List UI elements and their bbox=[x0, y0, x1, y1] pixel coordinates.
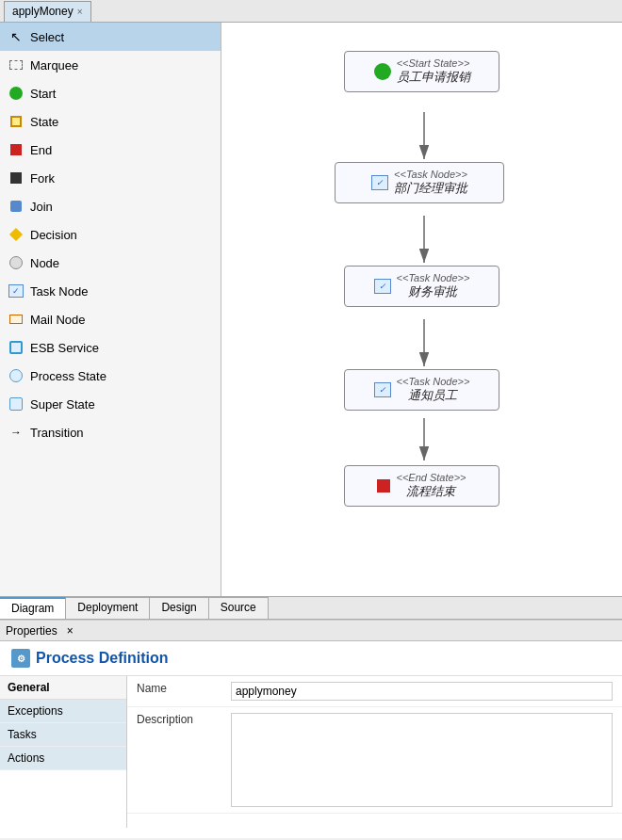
end-state-icon bbox=[377, 479, 390, 493]
palette-label-transition: Transition bbox=[30, 426, 84, 440]
palette-item-decision[interactable]: Decision bbox=[0, 220, 221, 249]
start-state-icon bbox=[374, 63, 391, 80]
prop-row-name: Name bbox=[127, 676, 622, 707]
process-icon bbox=[8, 367, 25, 384]
prop-input-description[interactable] bbox=[231, 713, 613, 807]
esb-icon bbox=[8, 339, 25, 356]
decision-icon bbox=[8, 226, 25, 243]
palette-item-mail-node[interactable]: Mail Node bbox=[0, 305, 221, 333]
node-icon bbox=[8, 254, 25, 271]
prop-row-description: Description bbox=[127, 707, 622, 814]
task-node-1[interactable]: ✓ <<Task Node>> 部门经理审批 bbox=[335, 162, 504, 203]
task-icon: ✓ bbox=[8, 283, 25, 299]
properties-title: ⚙ Process Definition bbox=[11, 649, 611, 668]
palette-item-task-node[interactable]: ✓Task Node bbox=[0, 277, 221, 305]
properties-title-section: ⚙ Process Definition bbox=[0, 641, 622, 676]
palette-label-task-node: Task Node bbox=[30, 284, 88, 299]
task-node-1-stereotype: <<Task Node>> bbox=[394, 169, 467, 180]
palette-label-esb-service: ESB Service bbox=[30, 341, 99, 355]
end-state-stereotype: <<End State>> bbox=[396, 472, 466, 483]
fork-icon bbox=[8, 170, 25, 186]
properties-header-bar: Properties × bbox=[0, 621, 622, 641]
properties-left: General ExceptionsTasksActions bbox=[0, 676, 127, 828]
transition-icon: → bbox=[8, 424, 25, 441]
task-node-3-stereotype: <<Task Node>> bbox=[397, 376, 470, 387]
prop-nav-actions[interactable]: Actions bbox=[0, 747, 126, 770]
task-node-3-name: 通知员工 bbox=[397, 387, 470, 404]
palette-item-select[interactable]: ↖Select bbox=[0, 23, 221, 51]
tab-close-icon[interactable]: × bbox=[77, 7, 83, 17]
palette-item-fork[interactable]: Fork bbox=[0, 164, 221, 192]
prop-general-header: General bbox=[0, 676, 126, 700]
palette-item-node[interactable]: Node bbox=[0, 249, 221, 277]
palette-label-node: Node bbox=[30, 256, 59, 270]
task-node-2-icon: ✓ bbox=[374, 279, 391, 294]
bottom-tab-design[interactable]: Design bbox=[150, 597, 208, 619]
palette-label-fork: Fork bbox=[30, 171, 55, 186]
properties-panel: Properties × ⚙ Process Definition Genera… bbox=[0, 620, 622, 838]
start-state-name: 员工申请报销 bbox=[397, 69, 470, 86]
diagram-svg bbox=[221, 23, 622, 595]
palette-label-marquee: Marquee bbox=[30, 58, 78, 73]
prop-label-name: Name bbox=[137, 682, 221, 695]
start-state-node[interactable]: <<Start State>> 员工申请报销 bbox=[344, 51, 499, 92]
palette-label-start: Start bbox=[30, 87, 56, 101]
palette-label-super-state: Super State bbox=[30, 397, 95, 412]
tab-label: applyMoney bbox=[12, 5, 74, 18]
palette-item-transition[interactable]: →Transition bbox=[0, 418, 221, 446]
square-red-icon bbox=[8, 141, 25, 158]
end-state-node[interactable]: <<End State>> 流程结束 bbox=[344, 465, 499, 507]
prop-nav-tasks[interactable]: Tasks bbox=[0, 723, 126, 747]
task-node-1-icon: ✓ bbox=[371, 175, 388, 190]
palette-label-decision: Decision bbox=[30, 228, 77, 242]
properties-title-text: Process Definition bbox=[36, 650, 168, 667]
properties-right: NameDescription bbox=[127, 676, 622, 828]
end-state-name: 流程结束 bbox=[396, 483, 466, 500]
top-tab-bar: applyMoney × bbox=[0, 0, 622, 23]
palette-item-state[interactable]: State bbox=[0, 107, 221, 136]
palette-label-join: Join bbox=[30, 200, 53, 214]
diagram-area[interactable]: <<Start State>> 员工申请报销 ✓ <<Task Node>> 部… bbox=[221, 23, 622, 596]
properties-content: General ExceptionsTasksActions NameDescr… bbox=[0, 676, 622, 828]
palette-item-marquee[interactable]: Marquee bbox=[0, 51, 221, 79]
palette-item-super-state[interactable]: Super State bbox=[0, 390, 221, 418]
palette: ↖SelectMarqueeStartStateEndForkJoinDecis… bbox=[0, 23, 221, 596]
bottom-tab-deployment[interactable]: Deployment bbox=[66, 597, 150, 619]
properties-header-close[interactable]: × bbox=[67, 624, 74, 638]
bottom-tabs: DiagramDeploymentDesignSource bbox=[0, 597, 622, 620]
palette-item-process-state[interactable]: Process State bbox=[0, 362, 221, 390]
palette-item-end[interactable]: End bbox=[0, 136, 221, 164]
palette-label-process-state: Process State bbox=[30, 369, 106, 383]
square-blue-icon bbox=[8, 113, 25, 130]
task-node-2[interactable]: ✓ <<Task Node>> 财务审批 bbox=[344, 266, 499, 307]
cursor-icon: ↖ bbox=[8, 28, 25, 45]
properties-header-label: Properties bbox=[6, 624, 57, 638]
palette-item-start[interactable]: Start bbox=[0, 79, 221, 107]
mail-icon bbox=[8, 311, 25, 328]
palette-label-mail-node: Mail Node bbox=[30, 313, 86, 327]
bottom-tab-diagram[interactable]: Diagram bbox=[0, 597, 66, 619]
palette-label-end: End bbox=[30, 143, 52, 157]
task-node-3[interactable]: ✓ <<Task Node>> 通知员工 bbox=[344, 369, 499, 411]
apply-money-tab[interactable]: applyMoney × bbox=[4, 1, 91, 22]
palette-label-select: Select bbox=[30, 30, 64, 44]
marquee-icon bbox=[8, 57, 25, 73]
palette-item-esb-service[interactable]: ESB Service bbox=[0, 333, 221, 362]
main-area: ↖SelectMarqueeStartStateEndForkJoinDecis… bbox=[0, 23, 622, 597]
prop-input-name[interactable] bbox=[231, 682, 613, 701]
diagram-canvas: <<Start State>> 员工申请报销 ✓ <<Task Node>> 部… bbox=[221, 23, 622, 595]
properties-title-icon: ⚙ bbox=[11, 649, 30, 668]
join-icon bbox=[8, 198, 25, 215]
task-node-1-name: 部门经理审批 bbox=[394, 180, 467, 197]
super-icon bbox=[8, 396, 25, 412]
task-node-2-stereotype: <<Task Node>> bbox=[397, 272, 470, 283]
prop-label-description: Description bbox=[137, 713, 221, 726]
start-state-stereotype: <<Start State>> bbox=[397, 57, 470, 69]
palette-item-join[interactable]: Join bbox=[0, 192, 221, 220]
task-node-3-icon: ✓ bbox=[374, 382, 391, 397]
task-node-2-name: 财务审批 bbox=[397, 283, 470, 300]
circle-green-icon bbox=[8, 85, 25, 102]
bottom-tab-source[interactable]: Source bbox=[209, 597, 269, 619]
palette-label-state: State bbox=[30, 115, 58, 129]
prop-nav-exceptions[interactable]: Exceptions bbox=[0, 700, 126, 723]
